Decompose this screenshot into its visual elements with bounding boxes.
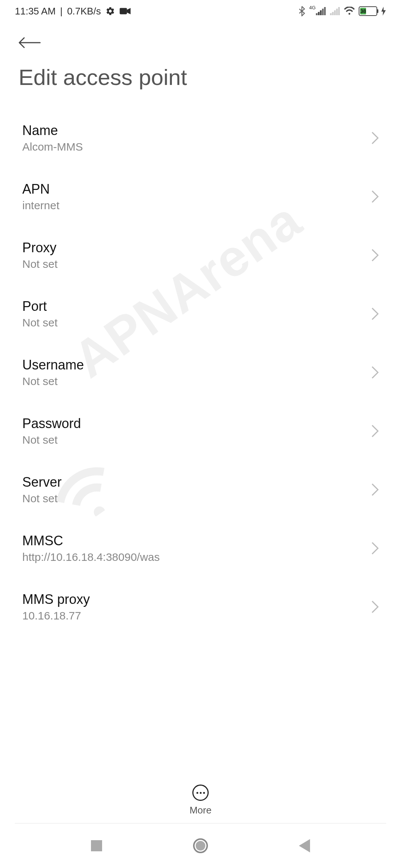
chevron-right-icon bbox=[371, 542, 379, 555]
nav-home-button[interactable] bbox=[193, 838, 208, 853]
setting-value: Not set bbox=[22, 492, 62, 505]
chevron-right-icon bbox=[371, 483, 379, 496]
bottom-action-bar: More bbox=[0, 777, 401, 816]
setting-value: internet bbox=[22, 199, 59, 212]
svg-rect-5 bbox=[324, 7, 326, 15]
setting-label: Server bbox=[22, 474, 62, 490]
setting-value: http://10.16.18.4:38090/was bbox=[22, 551, 160, 563]
svg-rect-3 bbox=[320, 10, 322, 15]
status-right: 4G ✕ 38 bbox=[298, 6, 386, 16]
setting-value: Not set bbox=[22, 316, 58, 329]
chevron-right-icon bbox=[371, 308, 379, 320]
setting-value: Not set bbox=[22, 258, 58, 270]
chevron-right-icon bbox=[371, 132, 379, 144]
chevron-right-icon bbox=[371, 366, 379, 379]
setting-value: Not set bbox=[22, 375, 84, 388]
back-button[interactable] bbox=[0, 22, 401, 57]
setting-label: MMS proxy bbox=[22, 592, 90, 607]
navigation-bar bbox=[0, 823, 401, 868]
triangle-icon bbox=[299, 839, 310, 852]
svg-rect-7 bbox=[332, 12, 333, 15]
camera-icon bbox=[120, 7, 131, 15]
setting-label: Port bbox=[22, 299, 58, 314]
status-left: 11:35 AM | 0.7KB/s bbox=[15, 6, 131, 17]
status-bar: 11:35 AM | 0.7KB/s 4G ✕ 38 bbox=[0, 0, 401, 22]
nav-back-button[interactable] bbox=[297, 838, 312, 853]
charging-icon bbox=[381, 7, 386, 16]
chevron-right-icon bbox=[371, 249, 379, 262]
svg-rect-2 bbox=[318, 12, 319, 15]
setting-row-server[interactable]: Server Not set bbox=[19, 460, 382, 519]
setting-label: APN bbox=[22, 181, 59, 197]
svg-rect-6 bbox=[330, 13, 332, 16]
more-dots-icon bbox=[196, 792, 198, 794]
setting-value: Not set bbox=[22, 434, 81, 446]
svg-rect-1 bbox=[316, 13, 317, 16]
setting-row-mmsc[interactable]: MMSC http://10.16.18.4:38090/was bbox=[19, 519, 382, 578]
setting-label: Proxy bbox=[22, 240, 58, 256]
setting-value: Alcom-MMS bbox=[22, 141, 83, 153]
battery-level: 38 bbox=[360, 8, 366, 14]
setting-row-name[interactable]: Name Alcom-MMS bbox=[19, 109, 382, 167]
settings-list: Name Alcom-MMS APN internet Proxy Not se… bbox=[0, 109, 401, 636]
square-icon bbox=[91, 840, 102, 851]
svg-text:✕: ✕ bbox=[336, 14, 340, 15]
bluetooth-icon bbox=[298, 6, 306, 16]
status-divider: | bbox=[60, 6, 63, 17]
circle-icon bbox=[193, 838, 208, 853]
setting-label: MMSC bbox=[22, 533, 160, 549]
more-dots-icon bbox=[203, 792, 205, 794]
chevron-right-icon bbox=[371, 190, 379, 203]
setting-label: Name bbox=[22, 123, 83, 138]
gear-icon bbox=[105, 6, 115, 16]
setting-row-mms-proxy[interactable]: MMS proxy 10.16.18.77 bbox=[19, 578, 382, 636]
status-time: 11:35 AM bbox=[15, 6, 56, 17]
battery-icon: 38 bbox=[359, 6, 377, 16]
setting-value: 10.16.18.77 bbox=[22, 609, 90, 622]
setting-row-proxy[interactable]: Proxy Not set bbox=[19, 226, 382, 285]
settings-scroll[interactable]: Name Alcom-MMS APN internet Proxy Not se… bbox=[0, 109, 401, 791]
setting-row-port[interactable]: Port Not set bbox=[19, 285, 382, 343]
status-data-rate: 0.7KB/s bbox=[67, 6, 101, 17]
wifi-icon bbox=[344, 7, 355, 16]
svg-rect-0 bbox=[120, 8, 127, 14]
chevron-right-icon bbox=[371, 425, 379, 437]
setting-label: Password bbox=[22, 416, 81, 431]
back-arrow-icon bbox=[19, 37, 41, 48]
cellular-4g-icon: 4G bbox=[309, 7, 326, 15]
more-button[interactable] bbox=[192, 785, 209, 801]
setting-label: Username bbox=[22, 357, 84, 373]
svg-rect-8 bbox=[334, 10, 336, 15]
page-title: Edit access point bbox=[0, 57, 401, 109]
setting-row-password[interactable]: Password Not set bbox=[19, 402, 382, 460]
more-label: More bbox=[189, 805, 211, 816]
svg-rect-4 bbox=[322, 9, 323, 15]
more-dots-icon bbox=[200, 792, 202, 794]
setting-row-apn[interactable]: APN internet bbox=[19, 167, 382, 226]
nav-recents-button[interactable] bbox=[89, 838, 104, 853]
cellular-nosim-icon: ✕ bbox=[330, 7, 340, 15]
chevron-right-icon bbox=[371, 601, 379, 613]
setting-row-username[interactable]: Username Not set bbox=[19, 343, 382, 402]
